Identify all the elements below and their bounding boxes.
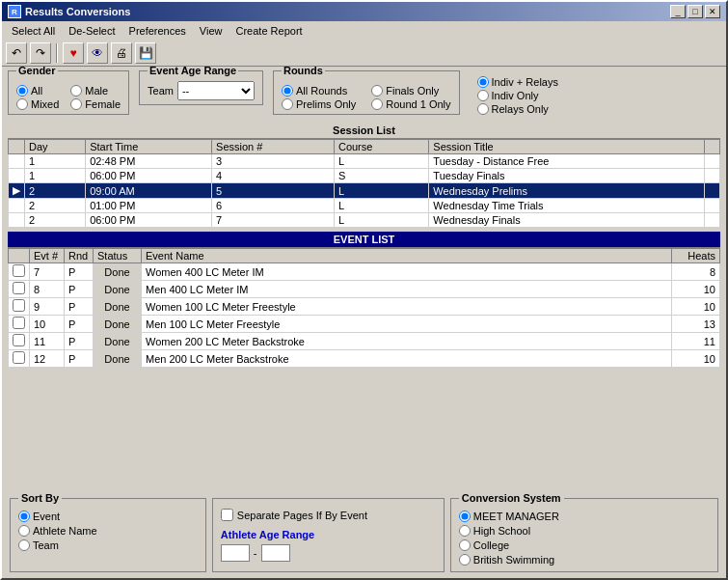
event-check-cell[interactable] — [9, 316, 30, 333]
gender-male-radio[interactable] — [70, 85, 82, 97]
session-day-cell: 1 — [25, 169, 86, 183]
event-tbody: 7 P Done Women 400 LC Meter IM 8 8 P Don… — [9, 263, 720, 368]
minimize-button[interactable]: _ — [670, 5, 686, 18]
event-checkbox[interactable] — [13, 299, 25, 312]
session-col-start: Start Time — [86, 140, 212, 154]
event-checkbox[interactable] — [13, 334, 25, 346]
undo-button[interactable]: ↶ — [6, 42, 27, 64]
sort-athlete-label: Athlete Name — [33, 525, 97, 537]
session-title-cell: Wednesday Finals — [429, 213, 705, 228]
event-checkbox[interactable] — [13, 317, 25, 329]
gender-col1: All Mixed — [16, 85, 59, 110]
session-col-num: Session # — [212, 140, 335, 154]
event-check-cell[interactable] — [9, 333, 30, 350]
session-title-cell: Wednesday Time Trials — [429, 199, 705, 213]
event-col-num: Evt # — [30, 249, 65, 263]
conv-british-radio[interactable] — [459, 554, 471, 566]
gender-mixed-radio[interactable] — [16, 98, 28, 110]
event-list-header: EVENT LIST — [8, 232, 720, 248]
event-table-wrap[interactable]: Evt # Rnd Status Event Name Heats 7 P Do… — [8, 248, 720, 412]
team-select[interactable]: -- — [177, 81, 255, 100]
conv-meet-manager-radio[interactable] — [459, 511, 471, 522]
maximize-button[interactable]: □ — [688, 5, 703, 18]
session-day-cell: 2 — [25, 199, 86, 213]
gender-all-radio[interactable] — [16, 85, 28, 97]
event-row[interactable]: 8 P Done Men 400 LC Meter IM 10 — [9, 281, 720, 298]
sort-team-radio[interactable] — [18, 539, 30, 551]
close-button[interactable]: ✕ — [705, 5, 720, 18]
window-title: Results Conversions — [25, 6, 130, 17]
event-row[interactable]: 11 P Done Women 200 LC Meter Backstroke … — [9, 333, 720, 350]
event-status-cell: Done — [94, 316, 142, 333]
favorite-button[interactable]: ♥ — [63, 42, 84, 64]
event-row[interactable]: 7 P Done Women 400 LC Meter IM 8 — [9, 263, 720, 281]
age-to-input[interactable] — [261, 544, 290, 562]
menu-view[interactable]: View — [194, 23, 229, 39]
menu-select-all[interactable]: Select All — [6, 23, 61, 39]
session-row[interactable]: 2 06:00 PM 7 L Wednesday Finals — [9, 213, 720, 228]
gender-all-row: All — [16, 85, 59, 97]
indiv-relay-radio[interactable] — [477, 76, 489, 88]
session-arrow-cell: ▶ — [9, 183, 25, 199]
event-status-cell: Done — [94, 263, 142, 281]
rounds-col1: All Rounds Prelims Only — [282, 85, 356, 110]
session-table-wrap[interactable]: Day Start Time Session # Course Session … — [8, 139, 720, 228]
save-button[interactable]: 💾 — [135, 42, 156, 64]
menu-create-report[interactable]: Create Report — [230, 23, 309, 39]
age-from-input[interactable] — [221, 544, 250, 562]
separate-pages-checkbox[interactable] — [221, 509, 233, 521]
indiv-only-radio[interactable] — [477, 90, 489, 101]
menu-preferences[interactable]: Preferences — [123, 23, 192, 39]
event-name-cell: Women 200 LC Meter Backstroke — [142, 333, 672, 350]
gender-mixed-label: Mixed — [31, 98, 59, 110]
rounds-finals-radio[interactable] — [371, 85, 383, 97]
relays-only-radio[interactable] — [477, 103, 489, 115]
session-row[interactable]: 1 02:48 PM 3 L Tuesday - Distance Free — [9, 154, 720, 169]
event-row[interactable]: 10 P Done Men 100 LC Meter Freestyle 13 — [9, 316, 720, 333]
conv-meet-manager-label: MEET MANAGER — [473, 511, 559, 522]
rounds-prelims-radio[interactable] — [282, 98, 293, 110]
event-rnd-cell: P — [65, 333, 94, 350]
sort-event-radio[interactable] — [18, 511, 30, 522]
print-button[interactable]: 🖨 — [111, 42, 132, 64]
event-status-cell: Done — [94, 333, 142, 350]
relays-only-label: Relays Only — [492, 103, 549, 115]
session-arrow-cell — [9, 213, 25, 228]
event-header-row: Evt # Rnd Status Event Name Heats — [9, 249, 720, 263]
session-table: Day Start Time Session # Course Session … — [8, 139, 720, 228]
event-status-cell: Done — [94, 350, 142, 368]
event-checkbox[interactable] — [13, 282, 25, 294]
session-row[interactable]: 1 06:00 PM 4 S Tuesday Finals — [9, 169, 720, 183]
bottom-panel: Sort By Event Athlete Name Team — [8, 494, 720, 574]
session-row[interactable]: 2 01:00 PM 6 L Wednesday Time Trials — [9, 199, 720, 213]
preview-button[interactable]: 👁 — [87, 42, 108, 64]
rounds-finals-label: Finals Only — [386, 85, 439, 97]
event-check-cell[interactable] — [9, 281, 30, 298]
event-row[interactable]: 12 P Done Men 200 LC Meter Backstroke 10 — [9, 350, 720, 368]
session-row[interactable]: ▶ 2 09:00 AM 5 L Wednesday Prelims — [9, 183, 720, 199]
event-name-cell: Women 100 LC Meter Freestyle — [142, 298, 672, 316]
event-checkbox[interactable] — [13, 351, 25, 364]
rounds-all-radio[interactable] — [282, 85, 293, 97]
sort-by-options: Event Athlete Name Team — [18, 511, 198, 551]
event-check-cell[interactable] — [9, 298, 30, 316]
indiv-relay-group: Indiv + Relays Indiv Only Relays Only — [470, 70, 576, 119]
event-check-cell[interactable] — [9, 263, 30, 281]
event-rnd-cell: P — [65, 316, 94, 333]
event-name-cell: Men 100 LC Meter Freestyle — [142, 316, 672, 333]
conv-high-school-radio[interactable] — [459, 525, 471, 537]
athlete-age-range-inputs: - — [221, 544, 436, 562]
indiv-relay-label: Indiv + Relays — [492, 76, 558, 88]
event-checkbox[interactable] — [13, 264, 25, 277]
sort-athlete-radio[interactable] — [18, 525, 30, 537]
gender-female-radio[interactable] — [70, 98, 82, 110]
redo-button[interactable]: ↷ — [30, 42, 51, 64]
conv-college-radio[interactable] — [459, 539, 471, 551]
event-row[interactable]: 9 P Done Women 100 LC Meter Freestyle 10 — [9, 298, 720, 316]
event-check-cell[interactable] — [9, 350, 30, 368]
session-scroll-cell — [705, 183, 720, 199]
session-col-title: Session Title — [429, 140, 705, 154]
event-name-cell: Men 400 LC Meter IM — [142, 281, 672, 298]
menu-de-select[interactable]: De-Select — [63, 23, 121, 39]
rounds-round1-radio[interactable] — [371, 98, 383, 110]
